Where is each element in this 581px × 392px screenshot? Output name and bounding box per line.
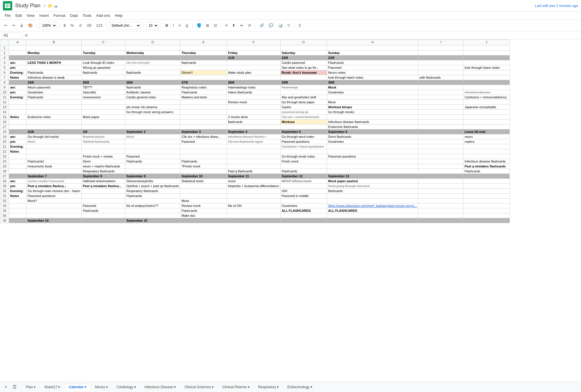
cloud-icon[interactable]: ☁ — [54, 3, 58, 8]
cell-E5[interactable] — [180, 65, 227, 70]
cell-D1[interactable] — [125, 46, 180, 50]
cell-I4[interactable] — [418, 60, 463, 65]
col-header-C[interactable]: C — [81, 40, 125, 46]
cell-E17[interactable] — [180, 124, 227, 129]
cell-C11[interactable]: mneumonics — [81, 95, 125, 100]
cell-G36[interactable] — [280, 218, 327, 223]
cell-I12[interactable] — [418, 100, 463, 105]
cell-F24[interactable] — [227, 159, 280, 164]
cell-H27[interactable]: September 13 — [327, 174, 418, 179]
cell-I17[interactable] — [418, 124, 463, 129]
menu-view[interactable]: View — [24, 13, 37, 18]
cell-E33[interactable]: Review mock — [180, 203, 227, 208]
cell-G18[interactable]: September 5 — [280, 129, 327, 134]
cell-I13[interactable] — [418, 105, 463, 110]
cell-B28[interactable]: Gastro+cardio Flashcards — [26, 179, 82, 184]
col-header-D[interactable]: D — [125, 40, 180, 46]
star-icon[interactable]: ☆ — [43, 3, 46, 8]
cell-A2[interactable] — [9, 50, 26, 55]
cell-E31[interactable] — [180, 194, 227, 198]
cell-H18[interactable]: September 6 — [327, 129, 418, 134]
cell-J8[interactable] — [463, 80, 510, 85]
cell-F3[interactable]: 21/8 — [227, 55, 280, 60]
cell-J9[interactable] — [463, 85, 510, 90]
cell-F1[interactable] — [227, 46, 280, 50]
cell-D19[interactable]: Meek — [125, 134, 180, 139]
cell-E15[interactable] — [180, 115, 227, 120]
cell-J2[interactable] — [463, 50, 510, 55]
cell-E36[interactable] — [180, 218, 227, 223]
cell-I34[interactable] — [418, 208, 463, 213]
cell-A21[interactable]: Evening: — [9, 144, 26, 149]
cell-J26[interactable]: Flashcards — [463, 169, 510, 174]
cell-C21[interactable] — [81, 144, 125, 149]
cell-J34[interactable] — [463, 208, 510, 213]
col-header-H[interactable]: H — [327, 40, 418, 46]
cell-C23[interactable]: Finish mock + review — [81, 154, 125, 159]
cell-B13[interactable] — [26, 105, 82, 110]
cell-G2[interactable]: Saturday — [280, 50, 327, 55]
cell-D7[interactable] — [125, 75, 180, 80]
cell-G1[interactable] — [280, 46, 327, 50]
underline-button[interactable]: A — [184, 22, 190, 28]
cell-H10[interactable]: Goodnotes — [327, 90, 418, 95]
cell-J5[interactable]: look through haem notes — [463, 65, 510, 70]
cell-B17[interactable] — [26, 124, 82, 129]
cell-E29[interactable] — [180, 184, 227, 189]
cell-E30[interactable] — [180, 189, 227, 194]
cell-I24[interactable] — [418, 159, 463, 164]
doc-title[interactable]: Study Plan — [15, 3, 40, 9]
cell-B30[interactable]: Go through main revision doc - haem — [26, 189, 82, 194]
cell-E24[interactable]: Flashcards — [180, 159, 227, 164]
cell-I2[interactable] — [418, 50, 463, 55]
cell-J19[interactable]: neuro — [463, 134, 510, 139]
cell-E16[interactable] — [180, 120, 227, 124]
format123-button[interactable]: 123 — [94, 22, 104, 28]
cell-A20[interactable]: pm: — [9, 139, 26, 144]
tab-clinical-pharma[interactable]: Clinical Pharma ▾ — [218, 384, 254, 391]
decimal00-button[interactable]: .00 — [85, 22, 93, 28]
cell-E28[interactable]: Statistical tests! — [180, 179, 227, 184]
cell-H17[interactable]: Endocrine flashcards — [327, 124, 418, 129]
cell-D15[interactable] — [125, 115, 180, 120]
cell-B25[interactable]: mneumonic book — [26, 164, 82, 169]
cell-G33[interactable]: Goodnotes — [280, 203, 327, 208]
cell-H20[interactable]: Goodnotes — [327, 139, 418, 144]
cell-I31[interactable] — [418, 194, 463, 198]
cell-A18[interactable] — [9, 129, 26, 134]
cell-F10[interactable]: Haem flashcards — [227, 90, 280, 95]
cell-G16[interactable]: Workout — [280, 120, 327, 124]
cell-D28[interactable]: Glomerulonephritis — [125, 179, 180, 184]
cell-D12[interactable] — [125, 100, 180, 105]
cell-H13[interactable]: Workout biceps — [327, 105, 418, 110]
cell-F6[interactable]: Make study plan — [227, 70, 280, 75]
cell-G14[interactable]: passmed wrong qs — [280, 110, 327, 115]
cell-B5[interactable] — [26, 65, 82, 70]
undo-button[interactable]: ↩ — [2, 22, 9, 28]
cell-D30[interactable]: Respiratory flashcards — [125, 189, 180, 194]
cell-J17[interactable] — [463, 124, 510, 129]
filter-button[interactable]: ▽ — [286, 22, 292, 28]
cell-B24[interactable]: Flashcards! — [26, 159, 82, 164]
strikethrough-button[interactable]: S — [177, 22, 183, 28]
cell-A7[interactable]: Notes — [9, 75, 26, 80]
cell-C32[interactable] — [81, 198, 125, 203]
cell-I10[interactable] — [418, 90, 463, 95]
tab-mocks[interactable]: Mocks ▾ — [91, 384, 112, 391]
cell-J18[interactable]: Leave till end: — [463, 129, 510, 134]
cell-H31[interactable] — [327, 194, 418, 198]
cell-I7[interactable]: with flashcards — [418, 75, 463, 80]
cell-H33[interactable]: https://www.slideshare.net/sherif_badraw… — [327, 203, 418, 208]
cell-I20[interactable] — [418, 139, 463, 144]
cell-B22[interactable] — [26, 149, 82, 154]
cell-D9[interactable]: flashcards — [125, 85, 180, 90]
menu-format[interactable]: Format — [51, 13, 68, 18]
tab-calendar[interactable]: Calendar ▾ — [64, 384, 91, 391]
tab-respiratory[interactable]: Respiratory ▾ — [254, 384, 283, 391]
cell-G11[interactable]: Abx and goodnotes stuff — [280, 95, 327, 100]
cell-I3[interactable] — [418, 55, 463, 60]
cell-A6[interactable]: Evening: — [9, 70, 26, 75]
cell-F14[interactable] — [227, 110, 280, 115]
cell-D17[interactable] — [125, 124, 180, 129]
sheets-list-button[interactable]: ☰ — [11, 384, 18, 391]
